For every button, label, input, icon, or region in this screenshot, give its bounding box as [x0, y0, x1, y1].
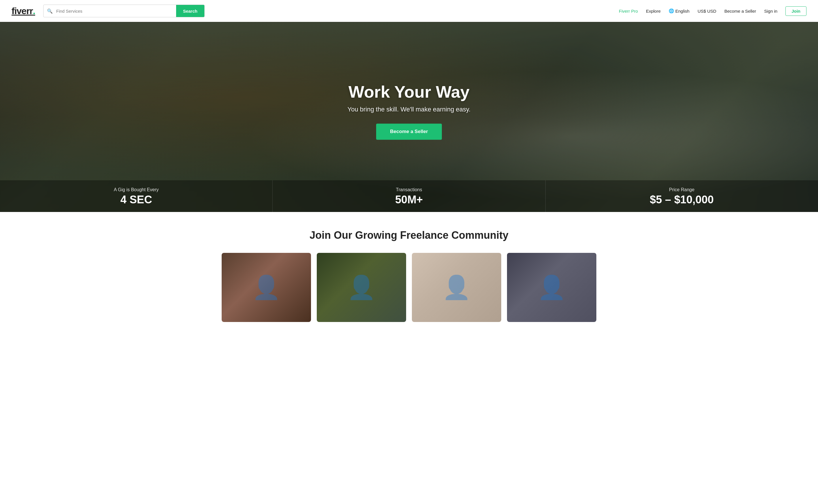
hero-content: Work Your Way You bring the skill. We'll… [323, 83, 495, 140]
nav-signin[interactable]: Sign in [764, 9, 777, 14]
hero-section: Work Your Way You bring the skill. We'll… [0, 22, 818, 212]
stat-price-value: $5 – $10,000 [551, 194, 812, 205]
community-section: Join Our Growing Freelance Community [0, 212, 818, 334]
community-heading: Join Our Growing Freelance Community [12, 229, 806, 241]
logo-dot: . [33, 6, 35, 16]
community-grid [222, 253, 596, 322]
navbar: fiverr. 🔍 Search Fiverr Pro Explore 🌐 En… [0, 0, 818, 22]
nav-lang-label: English [675, 9, 690, 14]
stat-gig-value: 4 SEC [6, 194, 267, 205]
search-bar: 🔍 Search [43, 5, 204, 17]
logo[interactable]: fiverr. [12, 6, 35, 16]
hero-cta-button[interactable]: Become a Seller [376, 124, 442, 140]
nav-become-seller[interactable]: Become a Seller [724, 9, 756, 14]
hero-headline: Work Your Way [323, 83, 495, 101]
globe-icon: 🌐 [669, 8, 674, 14]
nav-language[interactable]: 🌐 English [669, 8, 690, 14]
stat-item-price: Price Range $5 – $10,000 [546, 180, 818, 212]
stat-transactions-value: 50M+ [279, 194, 539, 205]
nav-fiverr-pro[interactable]: Fiverr Pro [619, 9, 638, 14]
community-card-4 [507, 253, 596, 322]
nav-currency[interactable]: US$ USD [698, 9, 716, 14]
logo-text: fiverr [12, 6, 33, 16]
stat-item-gig: A Gig is Bought Every 4 SEC [0, 180, 273, 212]
nav-explore[interactable]: Explore [646, 9, 661, 14]
stat-item-transactions: Transactions 50M+ [273, 180, 545, 212]
nav-join-button[interactable]: Join [785, 6, 806, 16]
search-icon: 🔍 [43, 8, 56, 14]
community-card-1 [222, 253, 311, 322]
search-button[interactable]: Search [176, 5, 204, 17]
search-input[interactable] [56, 9, 176, 14]
stats-bar: A Gig is Bought Every 4 SEC Transactions… [0, 180, 818, 212]
stat-gig-label: A Gig is Bought Every [6, 187, 267, 192]
hero-subheadline: You bring the skill. We'll make earning … [323, 106, 495, 113]
stat-transactions-label: Transactions [279, 187, 539, 192]
stat-price-label: Price Range [551, 187, 812, 192]
community-card-2 [317, 253, 406, 322]
community-card-3 [412, 253, 501, 322]
nav-links: Fiverr Pro Explore 🌐 English US$ USD Bec… [619, 6, 806, 16]
